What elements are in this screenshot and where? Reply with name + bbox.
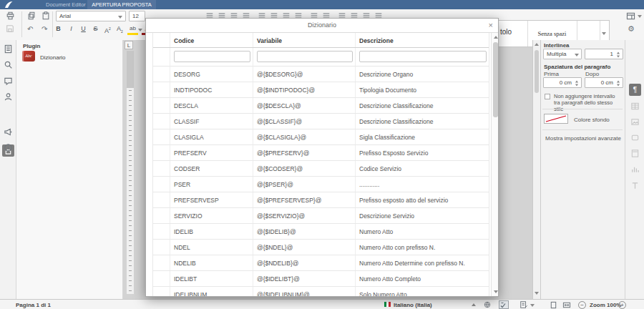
row-select-cell[interactable] <box>153 82 170 97</box>
search-icon[interactable] <box>4 60 13 69</box>
underline-button[interactable]: U <box>78 24 89 33</box>
plugin-item-dizionario[interactable]: Dizionario <box>40 54 66 61</box>
description-cell[interactable]: Descrizione Servizio <box>356 208 489 223</box>
background-color-swatch[interactable] <box>544 114 568 124</box>
table-row[interactable]: PREFSERV@{$PREFSERV}@Prefisso Esposto Se… <box>153 145 489 161</box>
header-cell-variabile[interactable]: Variabile <box>253 33 356 47</box>
line-spacing-stepper[interactable]: 1 <box>585 49 623 59</box>
textart-settings-icon[interactable] <box>630 181 640 190</box>
table-row[interactable]: IDELIBT@{$IDELIBT}@Numero Atto Completo <box>153 271 489 287</box>
code-cell[interactable]: DESCLA <box>170 98 253 113</box>
row-select-cell[interactable] <box>153 255 170 270</box>
paragraph-settings-icon[interactable]: ¶ <box>629 84 641 96</box>
description-cell[interactable]: Codice Servizio <box>356 161 489 176</box>
code-cell[interactable]: CLASIGLA <box>170 129 253 144</box>
undo-button[interactable]: ↶ <box>27 25 33 33</box>
description-cell[interactable]: Tipologia Documento <box>356 82 489 97</box>
tab-document-name[interactable]: APERTURA PROPOSTA <box>87 0 156 9</box>
description-cell[interactable]: Prefisso Esposto Servizio <box>356 145 489 160</box>
code-cell[interactable]: PREFSERV <box>170 145 253 160</box>
advanced-settings-link[interactable]: Mostra impostazioni avanzate <box>541 135 625 142</box>
table-row[interactable]: IDELIBNUM@{$IDELIBNUM}@Solo Numero Atto <box>153 287 489 297</box>
row-select-cell[interactable] <box>153 287 170 297</box>
stepper-down-icon[interactable] <box>617 84 620 87</box>
row-select-cell[interactable] <box>153 271 170 286</box>
table-row[interactable]: CLASSIF@{$CLASSIF}@Descrizione Classific… <box>153 114 489 129</box>
description-cell[interactable]: Numero Atto Completo <box>356 271 489 286</box>
zoom-out-button[interactable]: − <box>578 301 586 309</box>
code-cell[interactable]: CODSER <box>170 161 253 176</box>
code-cell[interactable]: NDELIB <box>170 255 253 270</box>
subscript-button[interactable]: A2 <box>114 24 125 36</box>
dictionary-book-icon[interactable]: Abc <box>22 51 35 62</box>
table-row[interactable]: CLASIGLA@{$CLASIGLA}@Sigla Classificazio… <box>153 129 489 145</box>
italic-button[interactable]: I <box>66 24 77 33</box>
fit-page-icon[interactable] <box>550 301 557 309</box>
about-info-icon[interactable] <box>4 143 13 152</box>
table-row[interactable]: DESCLA@{$DESCLA}@Descrizione Classificaz… <box>153 98 489 114</box>
code-cell[interactable]: IDELIBT <box>170 271 253 286</box>
row-select-cell[interactable] <box>153 208 170 223</box>
fit-width-icon[interactable] <box>562 301 571 309</box>
save-button[interactable] <box>6 24 14 33</box>
paste-button[interactable] <box>42 11 50 20</box>
font-size-select[interactable]: 12 <box>129 11 145 21</box>
table-row[interactable]: PSER@{$PSER}@............ <box>153 177 489 192</box>
row-select-cell[interactable] <box>153 177 170 192</box>
zoom-level-label[interactable]: Zoom 100% <box>590 302 621 308</box>
table-row[interactable]: SERVIZIO@{$SERVIZIO}@Descrizione Servizi… <box>153 208 489 224</box>
variable-cell[interactable]: @{$NDELIB}@ <box>253 255 356 270</box>
stepper-down-icon[interactable] <box>575 84 578 87</box>
variable-cell[interactable]: @{$CLASIGLA}@ <box>253 129 356 144</box>
scroll-down-icon[interactable] <box>494 290 498 293</box>
spacing-after-stepper[interactable]: 0 cm <box>585 77 623 88</box>
redo-button[interactable]: ↷ <box>42 25 47 33</box>
variable-cell[interactable]: @{$CODSER}@ <box>253 161 356 176</box>
row-select-cell[interactable] <box>153 240 170 255</box>
description-cell[interactable]: Descrizione Classificazione <box>356 114 489 129</box>
variable-cell[interactable]: @{$PSER}@ <box>253 177 356 192</box>
headers-footers-settings-icon[interactable] <box>630 149 640 158</box>
row-select-cell[interactable] <box>153 67 170 82</box>
track-changes-icon[interactable] <box>519 300 528 309</box>
chart-settings-icon[interactable] <box>630 165 640 174</box>
close-icon[interactable]: × <box>489 21 493 30</box>
chat-user-icon[interactable] <box>4 92 13 102</box>
filter-variabile-input[interactable] <box>257 51 353 62</box>
view-settings-button[interactable] <box>626 12 635 20</box>
scrollbar-thumb[interactable] <box>535 50 539 93</box>
code-cell[interactable]: IDELIBNUM <box>170 287 253 297</box>
variable-cell[interactable]: @{$INDTIPODOC}@ <box>253 82 356 97</box>
code-cell[interactable]: PSER <box>170 177 253 192</box>
variable-cell[interactable]: @{$IDELIBT}@ <box>253 271 356 286</box>
description-cell[interactable]: Numero Atto <box>356 224 489 239</box>
row-select-cell[interactable] <box>153 129 170 144</box>
scroll-down-icon[interactable] <box>535 292 539 295</box>
strikethrough-button[interactable]: S <box>90 24 101 33</box>
description-cell[interactable]: Numero Atto con prefisso N. <box>356 240 489 255</box>
code-cell[interactable]: DESORG <box>170 67 253 82</box>
settings-gear-icon[interactable]: ⚙ <box>628 25 635 33</box>
dialog-title[interactable]: Dizionario <box>146 19 498 33</box>
variable-cell[interactable]: @{$PREFSERV}@ <box>253 145 356 160</box>
stepper-down-icon[interactable] <box>617 56 620 58</box>
dialog-scrollbar[interactable] <box>491 33 499 297</box>
description-cell[interactable]: Solo Numero Atto <box>356 287 489 297</box>
bold-button[interactable]: B <box>53 24 64 33</box>
header-cell-descrizione[interactable]: Descrizione <box>356 33 489 47</box>
variable-cell[interactable]: @{$CLASSIF}@ <box>253 114 356 129</box>
comments-icon[interactable] <box>4 77 13 86</box>
highlight-color-button[interactable]: ab <box>127 24 138 35</box>
row-select-cell[interactable] <box>153 224 170 239</box>
font-name-select[interactable]: Arial <box>56 11 126 21</box>
page-count-label[interactable]: Pagina 1 di 1 <box>16 302 51 308</box>
spellcheck-toggle[interactable] <box>499 300 509 309</box>
code-cell[interactable]: PREFSERVESP <box>170 192 253 207</box>
filter-codice-input[interactable] <box>174 51 250 62</box>
variable-cell[interactable]: @{$DESORG}@ <box>253 67 356 82</box>
line-spacing-select[interactable]: Multipla <box>543 49 582 59</box>
document-scrollbar[interactable] <box>532 40 540 299</box>
superscript-button[interactable]: A2 <box>102 24 113 35</box>
variable-cell[interactable]: @{$DESCLA}@ <box>253 98 356 113</box>
table-row[interactable]: NDELIB@{$NDELIB}@Numero Atto Determine c… <box>153 255 489 271</box>
